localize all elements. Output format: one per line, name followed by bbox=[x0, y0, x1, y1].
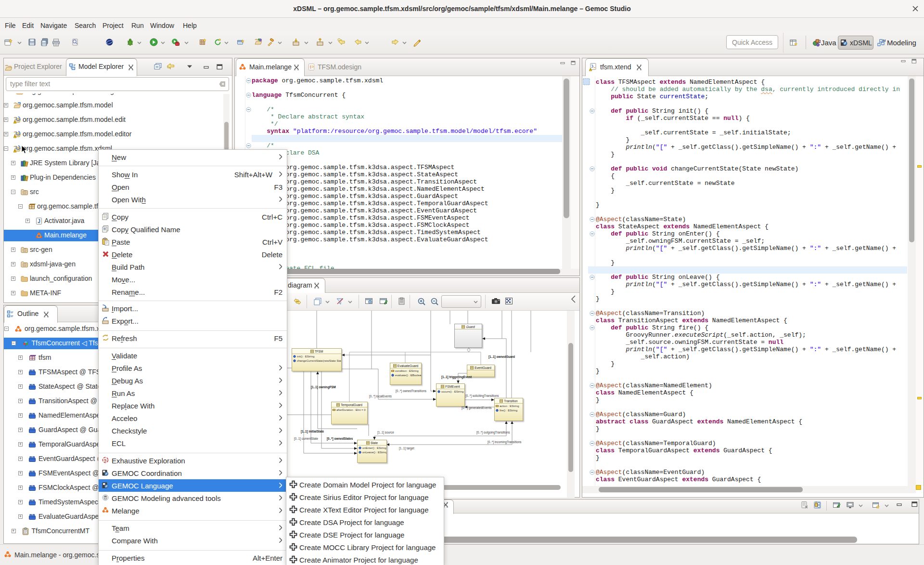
svg-text:M: M bbox=[104, 496, 106, 499]
svg-text:J: J bbox=[819, 39, 821, 44]
svg-text:M: M bbox=[883, 39, 886, 43]
svg-text:S: S bbox=[104, 458, 107, 462]
svg-text:J: J bbox=[38, 219, 40, 224]
